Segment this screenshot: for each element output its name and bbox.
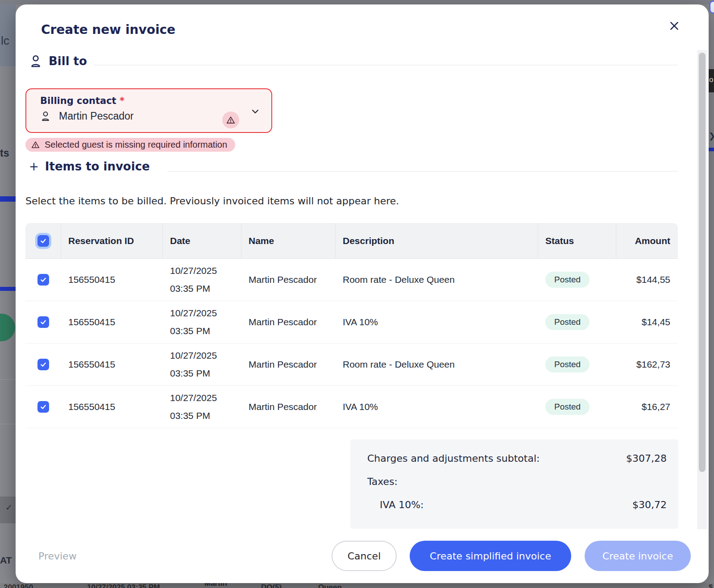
- create-simplified-invoice-button[interactable]: Create simplified invoice: [410, 541, 571, 571]
- table-row: 156550415 10/27/202503:35 PM Martin Pesc…: [25, 301, 678, 344]
- create-invoice-button[interactable]: Create invoice: [585, 541, 691, 571]
- background-text-fragment: ts: [0, 147, 9, 159]
- amount-cell: $162,73: [616, 344, 678, 385]
- person-icon: [29, 54, 42, 69]
- required-asterisk: *: [120, 95, 125, 106]
- error-message: Selected guest is missing required infor…: [45, 140, 227, 150]
- date-cell: 10/27/202503:35 PM: [163, 386, 241, 428]
- billing-contact-value: Martin Pescador: [59, 110, 133, 122]
- subtotal-value: $307,28: [626, 453, 667, 464]
- background-checkmark-fragment: ✓: [5, 502, 12, 513]
- name-cell: Martin Pescador: [241, 301, 336, 343]
- tax-line-value: $30,72: [632, 499, 667, 510]
- select-all-checkbox[interactable]: [37, 235, 49, 247]
- background-cell: 10/27/2025 03:35 PM: [87, 583, 160, 588]
- description-cell: IVA 10%: [336, 386, 538, 428]
- invoice-summary: Charges and adjustments subtotal: $307,2…: [350, 439, 678, 529]
- row-checkbox[interactable]: [37, 274, 49, 286]
- description-cell: Room rate - Deluxe Queen: [336, 259, 538, 301]
- date-cell: 10/27/202503:35 PM: [163, 344, 241, 385]
- background-overlay-top: [0, 0, 714, 4]
- background-blue-bar: [709, 148, 714, 151]
- preview-button[interactable]: Preview: [38, 551, 77, 562]
- subtotal-label: Charges and adjustments subtotal:: [367, 453, 540, 464]
- cancel-button[interactable]: Cancel: [332, 541, 397, 571]
- items-heading: Items to invoice: [45, 160, 150, 173]
- create-invoice-modal: Create new invoice Bill to Billing cont: [16, 4, 709, 583]
- column-header-reservation-id: Reservation ID: [61, 223, 163, 258]
- items-table: Reservation ID Date Name Description Sta…: [25, 223, 678, 428]
- background-text-fragment: lc: [1, 34, 9, 48]
- column-header-name: Name: [241, 223, 336, 258]
- status-badge: Posted: [545, 272, 589, 288]
- close-button[interactable]: [664, 15, 685, 37]
- reservation-id-cell: 156550415: [61, 344, 163, 385]
- reservation-id-cell: 156550415: [61, 386, 163, 428]
- background-divider: [0, 424, 16, 424]
- column-header-status: Status: [538, 223, 616, 258]
- warning-icon: [222, 112, 239, 128]
- column-header-description: Description: [336, 223, 538, 258]
- background-avatar-fragment: [0, 314, 15, 341]
- name-cell: Martin Pescador: [241, 344, 336, 385]
- amount-cell: $144,55: [616, 259, 678, 301]
- amount-cell: $14,45: [616, 301, 678, 343]
- status-badge: Posted: [545, 356, 589, 373]
- status-badge: Posted: [545, 399, 589, 415]
- background-divider: [0, 379, 16, 380]
- background-cell: DQ(5): [261, 583, 282, 588]
- background-icon-fragment: ❯: [709, 131, 714, 142]
- background-table-row-fragment: 2001950 10/27/2025 03:35 PM Martin DQ(5)…: [0, 583, 714, 588]
- table-row: 156550415 10/27/202503:35 PM Martin Pesc…: [25, 386, 678, 428]
- section-divider: [167, 171, 678, 172]
- background-button-fragment: [710, 1, 714, 13]
- background-tooltip-fragment: o: [709, 69, 714, 92]
- section-divider: [94, 65, 678, 66]
- reservation-id-cell: 156550415: [61, 259, 163, 301]
- description-cell: Room rate - Deluxe Queen: [336, 344, 538, 385]
- tax-line-label: IVA 10%:: [367, 499, 423, 510]
- bill-to-heading: Bill to: [49, 54, 87, 68]
- bill-to-section-header: Bill to: [29, 54, 87, 69]
- column-header-date: Date: [163, 223, 241, 258]
- reservation-id-cell: 156550415: [61, 301, 163, 343]
- modal-title: Create new invoice: [41, 22, 175, 37]
- background-blue-bar: [0, 287, 16, 291]
- taxes-label: Taxes:: [367, 476, 398, 487]
- amount-cell: $16,27: [616, 386, 678, 428]
- table-row: 156550415 10/27/202503:35 PM Martin Pesc…: [25, 259, 678, 301]
- background-text-fragment: AT: [0, 555, 12, 566]
- items-section-header: + Items to invoice: [29, 160, 150, 173]
- warning-icon: [31, 140, 40, 149]
- name-cell: Martin Pescador: [241, 259, 336, 301]
- background-cell: $: [709, 583, 713, 588]
- row-checkbox[interactable]: [37, 316, 49, 328]
- background-cell: Queen: [318, 583, 342, 588]
- chevron-down-icon[interactable]: [250, 106, 261, 117]
- items-helper-text: Select the items to be billed. Previousl…: [25, 195, 399, 207]
- background-blue-bar: [0, 196, 16, 202]
- background-cell: Martin: [204, 583, 227, 588]
- date-cell: 10/27/202503:35 PM: [163, 259, 241, 301]
- table-header-row: Reservation ID Date Name Description Sta…: [25, 223, 678, 259]
- status-badge: Posted: [545, 314, 589, 330]
- row-checkbox[interactable]: [37, 401, 49, 413]
- close-icon: [668, 20, 680, 32]
- background-cell: 2001950: [4, 583, 33, 588]
- column-header-amount: Amount: [616, 223, 678, 258]
- modal-scrollbar-thumb[interactable]: [699, 53, 706, 472]
- billing-contact-select[interactable]: Billing contact * Martin Pescador: [25, 88, 272, 133]
- row-checkbox[interactable]: [37, 359, 49, 370]
- person-icon: [40, 110, 51, 122]
- table-row: 156550415 10/27/202503:35 PM Martin Pesc…: [25, 344, 678, 386]
- description-cell: IVA 10%: [336, 301, 538, 343]
- billing-contact-error: Selected guest is missing required infor…: [25, 138, 235, 152]
- name-cell: Martin Pescador: [241, 386, 336, 428]
- date-cell: 10/27/202503:35 PM: [163, 301, 241, 343]
- plus-icon: +: [29, 160, 39, 173]
- screen: lc ts ✓ AT o ❯ 2001950 10/27/2025 03:35 …: [0, 0, 714, 588]
- billing-contact-label: Billing contact *: [40, 95, 262, 106]
